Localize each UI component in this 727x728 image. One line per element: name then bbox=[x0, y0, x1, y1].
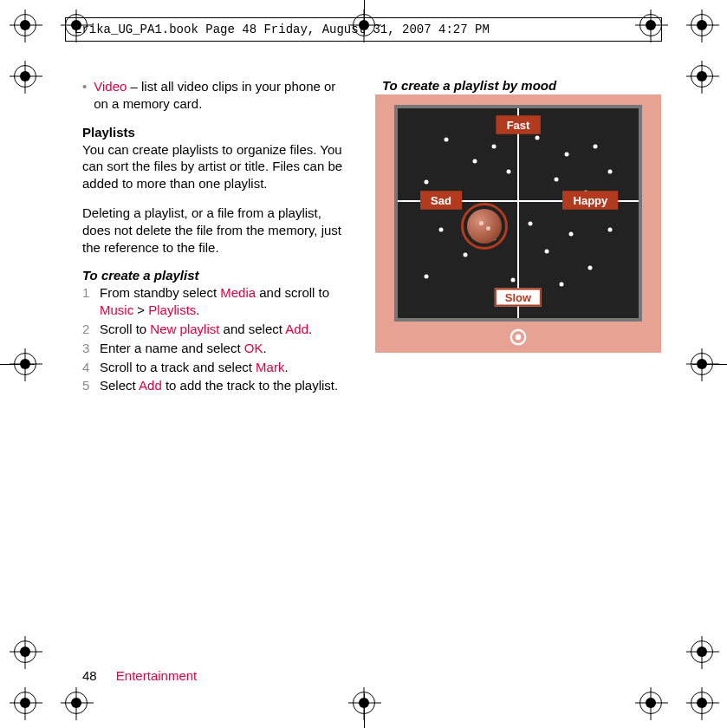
mood-label-left: Sad bbox=[420, 192, 462, 210]
paragraph: Deleting a playlist, or a file from a pl… bbox=[82, 205, 351, 256]
heading-create-playlist: To create a playlist bbox=[82, 268, 351, 283]
step-number: 4 bbox=[82, 359, 93, 376]
step-item: 4 Scroll to a track and select Mark. bbox=[82, 359, 351, 376]
paragraph: You can create playlists to organize fil… bbox=[82, 141, 351, 192]
mood-label-right: Happy bbox=[563, 192, 619, 210]
axis-vertical bbox=[517, 108, 519, 318]
phone-mockup: Fast Sad Happy Slow bbox=[375, 94, 661, 353]
data-point-icon bbox=[569, 232, 574, 237]
reg-mark-icon bbox=[691, 692, 713, 714]
data-point-icon bbox=[439, 228, 444, 232]
steps-list: 1 From standby select Media and scroll t… bbox=[82, 284, 351, 394]
bullet-item: • Video – list all video clips in your p… bbox=[82, 78, 351, 113]
step-text: Enter a name and select OK. bbox=[100, 340, 267, 357]
step-item: 1 From standby select Media and scroll t… bbox=[82, 284, 351, 319]
data-point-icon bbox=[463, 253, 467, 257]
step-number: 2 bbox=[82, 321, 93, 338]
crop-mark-icon bbox=[692, 364, 727, 365]
step-item: 2 Scroll to New playlist and select Add. bbox=[82, 321, 351, 338]
page-footer: 48 Entertainment bbox=[82, 668, 197, 683]
reg-mark-icon bbox=[14, 65, 36, 88]
data-point-icon bbox=[564, 153, 568, 157]
bullet-icon: • bbox=[82, 78, 87, 113]
data-point-icon bbox=[560, 283, 564, 287]
data-point-icon bbox=[506, 169, 510, 173]
crop-mark-icon bbox=[364, 693, 365, 728]
mood-label-bottom: Slow bbox=[495, 288, 542, 306]
step-item: 5 Select Add to add the track to the pla… bbox=[82, 377, 351, 394]
step-number: 3 bbox=[82, 340, 93, 357]
data-point-icon bbox=[492, 144, 497, 148]
bullet-text: Video – list all video clips in your pho… bbox=[94, 78, 351, 113]
phone-chin bbox=[394, 322, 642, 353]
right-column: To create a playlist by mood bbox=[375, 78, 670, 396]
data-point-icon bbox=[425, 179, 429, 184]
svg-point-1 bbox=[516, 335, 521, 340]
reg-mark-icon bbox=[14, 14, 36, 36]
page-number: 48 bbox=[82, 668, 97, 683]
reg-mark-icon bbox=[14, 692, 36, 714]
data-point-icon bbox=[588, 265, 593, 270]
print-meta-header: Erika_UG_PA1.book Page 48 Friday, August… bbox=[65, 17, 662, 42]
heading-playlists: Playlists bbox=[82, 125, 351, 140]
step-text: Select Add to add the track to the playl… bbox=[100, 377, 338, 394]
print-meta-text: Erika_UG_PA1.book Page 48 Friday, August… bbox=[75, 23, 490, 36]
data-point-icon bbox=[528, 222, 532, 226]
data-point-icon bbox=[545, 249, 549, 253]
data-point-icon bbox=[472, 159, 477, 163]
data-point-icon bbox=[593, 144, 597, 148]
mood-grid: Fast Sad Happy Slow bbox=[394, 105, 642, 322]
step-text: From standby select Media and scroll to … bbox=[100, 284, 351, 319]
reg-mark-icon bbox=[639, 692, 662, 714]
step-text: Scroll to New playlist and select Add. bbox=[100, 321, 312, 338]
mood-cursor-ball-icon bbox=[467, 209, 502, 244]
data-point-icon bbox=[607, 228, 612, 232]
data-point-icon bbox=[555, 178, 559, 182]
step-number: 1 bbox=[82, 284, 93, 319]
walkman-icon bbox=[509, 328, 528, 347]
left-column: • Video – list all video clips in your p… bbox=[82, 78, 351, 396]
reg-mark-icon bbox=[65, 692, 88, 714]
data-point-icon bbox=[511, 278, 516, 283]
step-text: Scroll to a track and select Mark. bbox=[100, 359, 289, 376]
data-point-icon bbox=[444, 138, 448, 142]
step-number: 5 bbox=[82, 377, 93, 394]
reg-mark-icon bbox=[14, 640, 36, 663]
term-video: Video bbox=[94, 79, 127, 94]
data-point-icon bbox=[536, 135, 540, 140]
heading-create-by-mood: To create a playlist by mood bbox=[382, 78, 670, 93]
crop-mark-icon bbox=[0, 364, 35, 365]
reg-mark-icon bbox=[691, 65, 713, 88]
section-name: Entertainment bbox=[116, 668, 197, 683]
mood-label-top: Fast bbox=[497, 116, 541, 134]
reg-mark-icon bbox=[691, 640, 713, 663]
step-item: 3 Enter a name and select OK. bbox=[82, 340, 351, 357]
data-point-icon bbox=[607, 169, 612, 173]
data-point-icon bbox=[425, 274, 429, 278]
reg-mark-icon bbox=[691, 14, 713, 36]
